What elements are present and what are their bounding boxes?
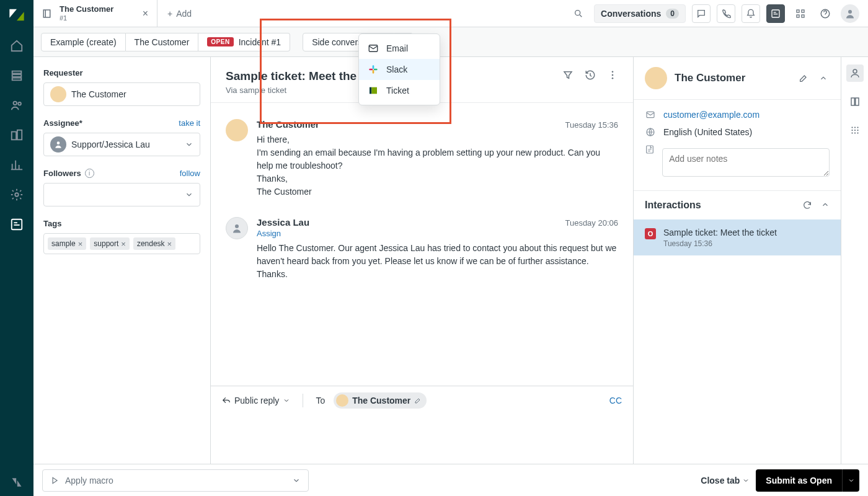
- edit-icon[interactable]: [797, 73, 810, 83]
- svg-point-45: [854, 130, 855, 131]
- conversations-count: 0: [666, 9, 679, 19]
- svg-rect-24: [374, 69, 378, 71]
- user-email-link[interactable]: customer@example.com: [663, 110, 760, 120]
- menu-item-slack[interactable]: Slack: [359, 59, 440, 80]
- phone-icon[interactable]: [717, 4, 735, 23]
- notifications-icon[interactable]: [742, 4, 760, 23]
- svg-point-49: [857, 132, 858, 133]
- tag-item[interactable]: sample×: [48, 237, 86, 250]
- submit-button[interactable]: Submit as Open: [756, 469, 842, 492]
- svg-point-47: [851, 132, 852, 133]
- current-app-icon[interactable]: [9, 217, 24, 232]
- tag-item[interactable]: support×: [90, 237, 130, 250]
- topbar: The Customer #1 × + Add Conversations 0: [33, 0, 868, 27]
- views-icon[interactable]: [9, 68, 24, 83]
- customers-icon[interactable]: [9, 98, 24, 113]
- apply-macro-button[interactable]: Apply macro: [42, 469, 309, 492]
- messages-list[interactable]: The Customer Tuesday 15:36 Hi there, I'm…: [211, 103, 633, 386]
- assign-link[interactable]: Assign: [257, 229, 618, 238]
- tags-label: Tags: [43, 219, 200, 228]
- history-icon[interactable]: [585, 69, 596, 81]
- svg-rect-26: [369, 69, 373, 71]
- conversation-panel: Sample ticket: Meet the ticket Via sampl…: [211, 57, 634, 496]
- tag-remove-icon[interactable]: ×: [167, 240, 172, 248]
- followers-label: Followers: [43, 169, 81, 178]
- reply-textarea[interactable]: [211, 415, 633, 468]
- profile-avatar[interactable]: [841, 4, 859, 23]
- menu-item-ticket[interactable]: Ticket: [359, 80, 440, 101]
- svg-point-44: [851, 130, 852, 131]
- chevron-down-icon: [185, 190, 193, 199]
- interaction-title: Sample ticket: Meet the ticket: [663, 227, 777, 238]
- search-icon[interactable]: [569, 4, 588, 23]
- user-notes-input[interactable]: [662, 148, 830, 177]
- message-body: Hello The Customer. Our agent Jessica La…: [257, 242, 618, 281]
- help-icon[interactable]: [816, 4, 835, 23]
- more-icon[interactable]: [607, 69, 618, 81]
- info-icon[interactable]: i: [85, 169, 94, 178]
- cc-button[interactable]: CC: [609, 396, 622, 405]
- requester-avatar: [50, 86, 66, 102]
- svg-rect-25: [373, 70, 374, 74]
- reply-type-label: Public reply: [234, 396, 279, 405]
- message-item: Jessica Lau Tuesday 20:06 Assign Hello T…: [226, 212, 618, 294]
- svg-point-3: [14, 102, 17, 105]
- reply-type-selector[interactable]: Public reply: [222, 396, 290, 405]
- requester-label: Requester: [43, 68, 200, 78]
- add-tab-button[interactable]: + Add: [157, 0, 202, 27]
- recipient-chip[interactable]: The Customer: [334, 392, 427, 409]
- subtab-example[interactable]: Example (create): [41, 33, 126, 51]
- zendesk-logo-icon: [11, 476, 23, 489]
- tag-remove-icon[interactable]: ×: [78, 240, 83, 248]
- svg-point-42: [854, 126, 855, 128]
- organizations-icon[interactable]: [9, 128, 24, 143]
- email-icon: [645, 110, 656, 120]
- separator: [303, 394, 303, 407]
- svg-rect-5: [12, 132, 16, 140]
- app-switcher-icon[interactable]: [766, 4, 785, 23]
- message-author: Jessica Lau: [257, 217, 309, 228]
- svg-rect-19: [802, 15, 804, 17]
- assignee-value: Support/Jessica Lau: [71, 140, 150, 149]
- requester-field[interactable]: The Customer: [43, 82, 200, 106]
- submit-dropdown-button[interactable]: [842, 469, 859, 492]
- assignee-label: Assignee*: [43, 118, 82, 128]
- followers-field[interactable]: [43, 183, 200, 206]
- take-it-link[interactable]: take it: [179, 118, 200, 128]
- svg-point-40: [853, 69, 857, 73]
- apps-icon[interactable]: [846, 122, 864, 139]
- products-icon[interactable]: [791, 4, 810, 23]
- user-context-icon[interactable]: [846, 64, 864, 82]
- assignee-field[interactable]: Support/Jessica Lau: [43, 133, 200, 156]
- close-icon[interactable]: ×: [143, 9, 148, 19]
- recipient-name: The Customer: [352, 396, 410, 405]
- reporting-icon[interactable]: [9, 157, 24, 172]
- svg-point-12: [575, 10, 580, 15]
- chevron-up-icon[interactable]: [817, 74, 830, 82]
- interaction-status-badge: O: [645, 228, 656, 239]
- add-tab-label: Add: [176, 9, 192, 19]
- conversations-button[interactable]: Conversations 0: [594, 4, 686, 23]
- workspace-tab[interactable]: The Customer #1 ×: [33, 0, 157, 27]
- chevron-up-icon[interactable]: [821, 200, 830, 210]
- follow-link[interactable]: follow: [180, 169, 200, 178]
- admin-icon[interactable]: [9, 187, 24, 202]
- chevron-down-icon: [185, 140, 193, 149]
- subtab-incident[interactable]: OPEN Incident #1: [198, 33, 290, 51]
- chat-icon[interactable]: [692, 4, 711, 23]
- tags-field[interactable]: sample× support× zendesk×: [43, 233, 200, 254]
- submit-prefix: Submit as: [766, 476, 807, 485]
- subtab-customer[interactable]: The Customer: [126, 33, 199, 51]
- home-icon[interactable]: [9, 38, 24, 53]
- author-avatar: [226, 217, 248, 239]
- knowledge-icon[interactable]: [846, 93, 864, 110]
- menu-item-email[interactable]: Email: [359, 38, 440, 59]
- globe-icon: [645, 127, 656, 137]
- tag-item[interactable]: zendesk×: [133, 237, 175, 250]
- interaction-item[interactable]: O Sample ticket: Meet the ticket Tuesday…: [634, 219, 841, 255]
- user-context-panel: The Customer customer@example.com Englis…: [634, 57, 841, 496]
- close-tab-button[interactable]: Close tab: [701, 476, 750, 485]
- filter-icon[interactable]: [562, 69, 574, 81]
- refresh-icon[interactable]: [802, 200, 812, 210]
- tag-remove-icon[interactable]: ×: [121, 240, 126, 248]
